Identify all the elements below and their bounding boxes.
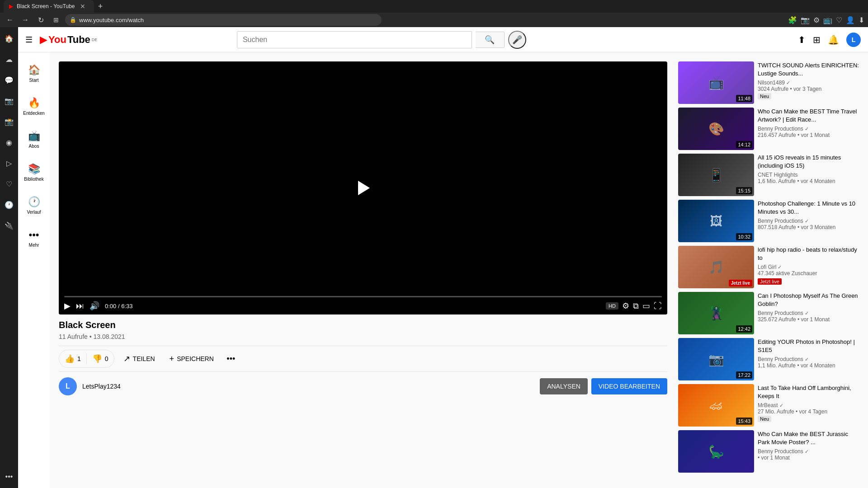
browser-sidebar-icon-4[interactable]: 📷 [2,94,16,108]
rec-thumb-icon: 🎨 [708,122,724,136]
rec-info: Who Can Make the BEST Time Travel Artwor… [758,108,859,150]
youtube-page: ☰ ▶ YouTube DE 🔍 🎤 ⬆ ⊞ 🔔 L 🏠 Start [18,27,868,488]
dislike-button[interactable]: 👎 0 [87,350,114,367]
browser-sidebar-icon-1[interactable]: 🏠 [2,32,16,45]
forward-button[interactable]: → [19,14,32,26]
browser-sidebar-icon-8[interactable]: ♡ [2,177,16,191]
fullscreen-button[interactable]: ⛶ [654,301,662,311]
video-bearbeiten-button[interactable]: VIDEO BEARBEITEN [591,378,667,394]
recommendation-item[interactable]: 🖼 10:32 Photoshop Challenge: 1 Minute vs… [678,200,859,242]
recommendation-item[interactable]: 🎨 14:12 Who Can Make the BEST Time Trave… [678,108,859,150]
sidebar-item-more[interactable]: ••• Mehr [18,223,50,254]
channel-avatar[interactable]: L [59,377,77,395]
rec-stats: • vor 1 Monat [758,455,859,461]
new-tab-button[interactable]: + [94,0,107,13]
header-actions: ⬆ ⊞ 🔔 L [798,33,861,47]
browser-sidebar-icon-dots[interactable]: ••• [2,470,16,483]
miniplayer-button[interactable]: ⧉ [633,301,639,311]
browser-sidebar-icon-5[interactable]: 📸 [2,115,16,128]
recommendation-item[interactable]: 📱 15:15 All 15 iOS reveals in 15 minutes… [678,154,859,196]
menu-button[interactable]: ☰ [25,35,33,45]
sidebar-item-subscriptions[interactable]: 📺 Abos [18,124,50,155]
rec-stats: 325.672 Aufrufe • vor 1 Monat [758,316,859,323]
apps-icon[interactable]: ⊞ [813,34,821,45]
toolbar-profile-icon[interactable]: 👤 [846,16,855,24]
like-dislike-group: 👍 1 👎 0 [59,350,114,368]
browser-sidebar-icon-3[interactable]: 💬 [2,73,16,87]
rec-info: lofi hip hop radio - beats to relax/stud… [758,246,859,288]
sidebar-item-explore[interactable]: 🔥 Entdecken [18,91,50,122]
toolbar-screenshot-icon[interactable]: 📷 [801,16,810,24]
sidebar-label-history: Verlauf [27,210,41,215]
recommendation-item[interactable]: 🏎 15:43 Last To Take Hand Off Lamborghin… [678,384,859,427]
youtube-logo-text-yt: You [48,34,66,46]
sidebar-item-home[interactable]: 🏠 Start [18,58,50,89]
recommendation-item[interactable]: 🎵 Jetzt live lofi hip hop radio - beats … [678,246,859,288]
toolbar-extensions-icon[interactable]: 🧩 [788,16,797,24]
rec-channel: Benny Productions✓ [758,448,859,455]
rec-title: All 15 iOS reveals in 15 minutes (includ… [758,154,859,170]
video-player[interactable]: ▶ ⏭ 🔊 0:00 / 6:33 HD ⚙ ⧉ ▭ ⛶ [59,61,667,314]
search-box [237,31,472,48]
time-display: 0:00 / 6:33 [105,303,132,310]
progress-bar[interactable] [64,296,662,297]
new-badge: Neu [758,416,771,422]
analysen-button[interactable]: ANALYSEN [540,378,588,394]
channel-row: L LetsPlay1234 ANALYSEN VIDEO BEARBEITEN [59,372,667,401]
rec-title: Who Can Make the BEST Time Travel Artwor… [758,108,859,124]
notification-icon[interactable]: 🔔 [828,34,839,45]
upload-icon[interactable]: ⬆ [798,34,806,45]
browser-sidebar-icon-10[interactable]: 🔌 [2,219,16,232]
play-button-overlay[interactable] [348,177,378,199]
browser-sidebar-icon-7[interactable]: ▷ [2,156,16,170]
toolbar-settings-icon[interactable]: ⚙ [813,16,820,24]
like-button[interactable]: 👍 1 [59,350,86,367]
more-options-button[interactable]: ••• [223,351,239,367]
extensions-button[interactable]: ⊞ [50,14,62,26]
tab-title: Black Screen - YouTube [17,3,75,9]
next-button[interactable]: ⏭ [76,301,84,311]
toolbar-favorite-icon[interactable]: ♡ [836,16,842,24]
toolbar-download-icon[interactable]: ⬇ [859,16,864,24]
browser-sidebar-icon-2[interactable]: ☁ [2,52,16,66]
address-bar[interactable]: 🔒 www.youtube.com/watch [65,14,382,26]
video-duration: 14:12 [736,141,752,148]
rec-stats: 807.518 Aufrufe • vor 3 Monaten [758,224,859,230]
refresh-button[interactable]: ↻ [34,14,47,26]
browser-tabs: ▶ Black Screen - YouTube ✕ + [0,0,868,13]
user-avatar[interactable]: L [846,33,861,47]
back-button[interactable]: ← [4,14,16,26]
active-tab[interactable]: ▶ Black Screen - YouTube ✕ [4,0,94,13]
rec-channel: CNET Highlights [758,172,859,178]
live-badge: Jetzt live [729,280,752,286]
recommendations-panel: 📺 11:48 TWITCH SOUND Alerts EINRICHTEN: … [678,61,859,479]
share-button[interactable]: ↗ TEILEN [118,350,160,367]
theater-button[interactable]: ▭ [642,301,650,311]
history-icon: 🕐 [28,196,40,208]
youtube-header: ☰ ▶ YouTube DE 🔍 🎤 ⬆ ⊞ 🔔 L [18,27,868,52]
recommendation-item[interactable]: 📺 11:48 TWITCH SOUND Alerts EINRICHTEN: … [678,61,859,104]
settings-button[interactable]: ⚙ [622,301,629,311]
search-input[interactable] [237,32,472,48]
volume-button[interactable]: 🔊 [90,301,99,311]
browser-sidebar-icon-9[interactable]: 🕐 [2,198,16,211]
mic-button[interactable]: 🎤 [508,31,526,49]
rec-info: Editing YOUR Photos in Photoshop! | S1E5… [758,338,859,380]
channel-name[interactable]: LetsPlay1234 [82,383,534,390]
video-duration: 15:43 [736,418,752,425]
recommendation-item[interactable]: 🦹 12:42 Can I Photoshop Myself As The Gr… [678,292,859,334]
play-pause-button[interactable]: ▶ [64,301,71,311]
search-button[interactable]: 🔍 [476,32,505,48]
youtube-logo[interactable]: ▶ YouTube DE [40,34,97,46]
tab-close-button[interactable]: ✕ [80,3,85,10]
sidebar-item-library[interactable]: 📚 Bibliothek [18,157,50,188]
youtube-main: 🏠 Start 🔥 Entdecken 📺 Abos 📚 Bibliothek … [18,52,868,488]
toolbar-cast-icon[interactable]: 📺 [823,16,832,24]
browser-sidebar-icon-6[interactable]: ◉ [2,136,16,149]
rec-thumbnail: 🖼 10:32 [678,200,754,242]
video-controls: ▶ ⏭ 🔊 0:00 / 6:33 HD ⚙ ⧉ ▭ ⛶ [59,292,667,314]
save-button[interactable]: + SPEICHERN [164,351,219,367]
recommendation-item[interactable]: 🦕 Who Can Make the BEST Jurassic Park Mo… [678,430,859,473]
sidebar-item-history[interactable]: 🕐 Verlauf [18,190,50,221]
recommendation-item[interactable]: 📷 17:22 Editing YOUR Photos in Photoshop… [678,338,859,380]
